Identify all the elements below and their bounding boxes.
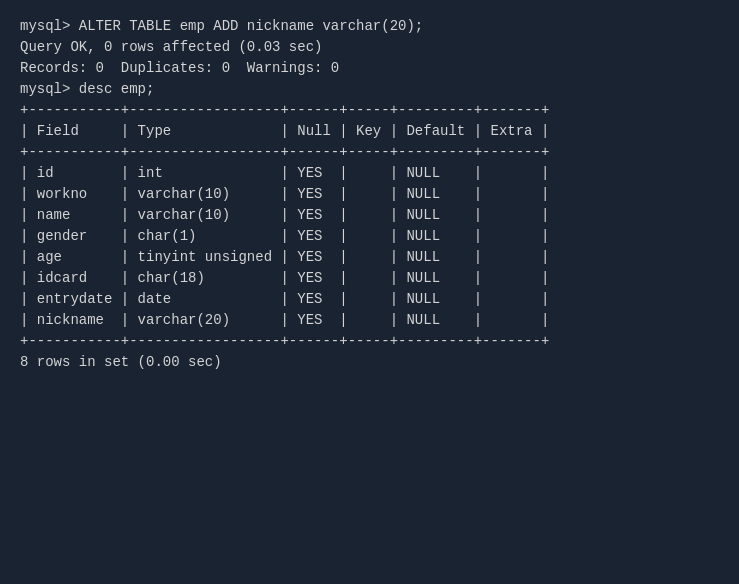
terminal-line-border3: +-----------+------------------+------+-… bbox=[20, 331, 719, 352]
terminal-line-summary: 8 rows in set (0.00 sec) bbox=[20, 352, 719, 373]
terminal-line-header: | Field | Type | Null | Key | Default | … bbox=[20, 121, 719, 142]
terminal-line-row1: | id | int | YES | | NULL | | bbox=[20, 163, 719, 184]
terminal-line-row5: | age | tinyint unsigned | YES | | NULL … bbox=[20, 247, 719, 268]
terminal-line-row4: | gender | char(1) | YES | | NULL | | bbox=[20, 226, 719, 247]
terminal-line-row6: | idcard | char(18) | YES | | NULL | | bbox=[20, 268, 719, 289]
terminal-line-cmd2: mysql> desc emp; bbox=[20, 79, 719, 100]
terminal-line-result2: Records: 0 Duplicates: 0 Warnings: 0 bbox=[20, 58, 719, 79]
terminal-line-border2: +-----------+------------------+------+-… bbox=[20, 142, 719, 163]
terminal-line-border1: +-----------+------------------+------+-… bbox=[20, 100, 719, 121]
terminal-window: mysql> ALTER TABLE emp ADD nickname varc… bbox=[20, 16, 719, 373]
terminal-line-result1: Query OK, 0 rows affected (0.03 sec) bbox=[20, 37, 719, 58]
terminal-line-cmd1: mysql> ALTER TABLE emp ADD nickname varc… bbox=[20, 16, 719, 37]
terminal-line-row8: | nickname | varchar(20) | YES | | NULL … bbox=[20, 310, 719, 331]
terminal-line-row2: | workno | varchar(10) | YES | | NULL | … bbox=[20, 184, 719, 205]
terminal-line-row3: | name | varchar(10) | YES | | NULL | | bbox=[20, 205, 719, 226]
terminal-line-row7: | entrydate | date | YES | | NULL | | bbox=[20, 289, 719, 310]
